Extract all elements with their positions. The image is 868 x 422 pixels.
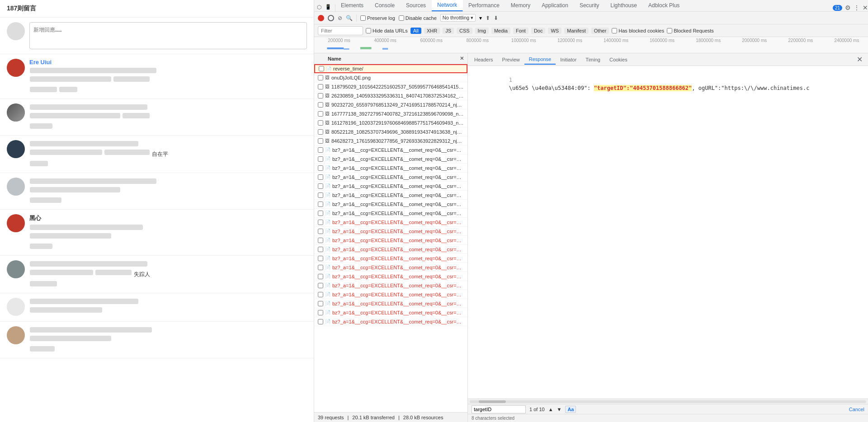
table-row[interactable]: 📄 reverse_time/ bbox=[314, 64, 467, 73]
filter-img[interactable]: Img bbox=[475, 28, 489, 34]
table-row[interactable]: 📄 bz?_a=1&__ccg=EXCELLENT&__comet_req=0&… bbox=[314, 290, 467, 299]
table-row[interactable]: 🖼 161278196_1020372919760684698857751754… bbox=[314, 118, 467, 127]
elements-icon[interactable]: ⬡ bbox=[317, 4, 324, 11]
table-row[interactable]: 📄 bz?_a=1&__ccg=EXCELLENT&__comet_req=0&… bbox=[314, 200, 467, 209]
filter-doc[interactable]: Doc bbox=[531, 28, 546, 34]
table-row[interactable]: 📄 bz?_a=1&__ccg=EXCELLENT&__comet_req=0&… bbox=[314, 182, 467, 191]
table-row[interactable]: 📄 bz?_a=1&__ccg=EXCELLENT&__comet_req=0&… bbox=[314, 191, 467, 200]
request-select-checkbox[interactable] bbox=[318, 211, 323, 216]
table-row[interactable]: 📄 bz?_a=1&__ccg=EXCELLENT&__comet_req=0&… bbox=[314, 263, 467, 272]
request-select-checkbox[interactable] bbox=[318, 138, 323, 144]
table-row[interactable]: 📄 bz?_a=1&__ccg=EXCELLENT&__comet_req=0&… bbox=[314, 308, 467, 317]
request-select-checkbox[interactable] bbox=[318, 274, 323, 279]
request-select-checkbox[interactable] bbox=[318, 165, 323, 171]
cancel-search-btn[interactable]: Cancel bbox=[849, 407, 864, 412]
request-select-checkbox[interactable] bbox=[318, 229, 323, 234]
filter-icon[interactable]: ⊘ bbox=[338, 15, 342, 21]
table-row[interactable]: 📄 bz?_a=1&__ccg=EXCELLENT&__comet_req=0&… bbox=[314, 299, 467, 308]
tab-performance[interactable]: Performance bbox=[463, 0, 505, 11]
request-select-checkbox[interactable] bbox=[318, 93, 323, 98]
request-select-checkbox[interactable] bbox=[318, 283, 323, 288]
tab-response[interactable]: Response bbox=[524, 55, 556, 65]
tab-preview[interactable]: Preview bbox=[498, 55, 524, 64]
hide-data-urls-checkbox[interactable] bbox=[366, 28, 371, 33]
close-devtools-icon[interactable]: ✕ bbox=[863, 4, 868, 11]
table-row[interactable]: 📄 bz?_a=1&__ccg=EXCELLENT&__comet_req=0&… bbox=[314, 281, 467, 290]
table-row[interactable]: 🖼 onuDjJoILQE.png bbox=[314, 73, 467, 82]
request-select-checkbox[interactable] bbox=[318, 120, 323, 126]
tab-console[interactable]: Console bbox=[369, 0, 401, 11]
table-row[interactable]: 📄 bz?_a=1&__ccg=EXCELLENT&__comet_req=0&… bbox=[314, 317, 467, 326]
tab-timing[interactable]: Timing bbox=[581, 55, 605, 64]
table-row[interactable]: 🖼 80522128_108253707349696_3088919343749… bbox=[314, 127, 467, 136]
close-detail-icon[interactable]: ✕ bbox=[853, 55, 866, 64]
throttle-icon[interactable]: ▾ bbox=[479, 15, 482, 21]
request-select-checkbox[interactable] bbox=[318, 129, 323, 135]
table-row[interactable]: 📄 bz?_a=1&__ccg=EXCELLENT&__comet_req=0&… bbox=[314, 145, 467, 155]
table-row[interactable]: 📄 bz?_a=1&__ccg=EXCELLENT&__comet_req=0&… bbox=[314, 209, 467, 218]
search-icon[interactable]: 🔍 bbox=[346, 15, 353, 21]
horizontal-scrollbar[interactable] bbox=[468, 399, 868, 404]
hide-data-urls-label[interactable]: Hide data URLs bbox=[366, 28, 408, 33]
tab-headers[interactable]: Headers bbox=[470, 55, 498, 64]
requests-list[interactable]: 📄 reverse_time/ 🖼 onuDjJoILQE.png 🖼 1187… bbox=[314, 64, 467, 412]
table-row[interactable]: 📄 bz?_a=1&__ccg=EXCELLENT&__comet_req=0&… bbox=[314, 254, 467, 263]
table-row[interactable]: 🖼 26230859_14059333295336311_84074170837… bbox=[314, 91, 467, 100]
match-case-toggle[interactable]: Aa bbox=[565, 406, 576, 413]
request-select-checkbox[interactable] bbox=[318, 265, 323, 270]
throttling-select[interactable]: No throttling ▾ bbox=[440, 14, 476, 22]
close-requests-icon[interactable]: ✕ bbox=[460, 56, 464, 61]
disable-cache-label[interactable]: Disable cache bbox=[399, 15, 437, 21]
tab-application[interactable]: Application bbox=[536, 0, 574, 11]
search-in-response-input[interactable] bbox=[472, 405, 526, 413]
request-select-checkbox[interactable] bbox=[318, 174, 323, 180]
tab-sources[interactable]: Sources bbox=[401, 0, 432, 11]
preserve-log-checkbox[interactable] bbox=[360, 15, 366, 21]
tab-memory[interactable]: Memory bbox=[505, 0, 536, 11]
tab-adblock[interactable]: Adblock Plus bbox=[643, 0, 685, 11]
request-select-checkbox[interactable] bbox=[318, 147, 323, 153]
filter-js[interactable]: JS bbox=[443, 28, 454, 34]
preserve-log-label[interactable]: Preserve log bbox=[360, 15, 395, 21]
has-blocked-cookies-checkbox[interactable] bbox=[612, 28, 617, 33]
blocked-requests-checkbox[interactable] bbox=[667, 28, 672, 33]
table-row[interactable]: 📄 bz?_a=1&__ccg=EXCELLENT&__comet_req=0&… bbox=[314, 236, 467, 245]
request-select-checkbox[interactable] bbox=[318, 292, 323, 297]
filter-input[interactable] bbox=[318, 26, 363, 35]
table-row[interactable]: 🖼 84628273_176159830277856_9726933639228… bbox=[314, 136, 467, 145]
request-select-checkbox[interactable] bbox=[318, 238, 323, 243]
table-row[interactable]: 📄 bz?_a=1&__ccg=EXCELLENT&__comet_req=0&… bbox=[314, 272, 467, 281]
tab-security[interactable]: Security bbox=[574, 0, 605, 11]
request-select-checkbox[interactable] bbox=[318, 192, 323, 198]
filter-xhr[interactable]: XHR bbox=[424, 28, 440, 34]
tab-network[interactable]: Network bbox=[432, 0, 463, 11]
request-select-checkbox[interactable] bbox=[318, 111, 323, 117]
export-icon[interactable]: ⬇ bbox=[494, 15, 498, 21]
request-select-checkbox[interactable] bbox=[318, 102, 323, 108]
disable-cache-checkbox[interactable] bbox=[399, 15, 404, 21]
request-select-checkbox[interactable] bbox=[318, 75, 323, 80]
record-button[interactable] bbox=[318, 15, 324, 21]
table-row[interactable]: 🖼 118795029_10156422251602537_5059957764… bbox=[314, 82, 467, 91]
request-select-checkbox[interactable] bbox=[318, 84, 323, 89]
tab-lighthouse[interactable]: Lighthouse bbox=[605, 0, 643, 11]
table-row[interactable]: 📄 bz?_a=1&__ccg=EXCELLENT&__comet_req=0&… bbox=[314, 155, 467, 164]
mobile-icon[interactable]: 📱 bbox=[325, 4, 332, 11]
blocked-requests-label[interactable]: Blocked Requests bbox=[667, 28, 714, 33]
table-row[interactable]: 📄 bz?_a=1&__ccg=EXCELLENT&__comet_req=0&… bbox=[314, 227, 467, 236]
table-row[interactable]: 📄 bz?_a=1&__ccg=EXCELLENT&__comet_req=0&… bbox=[314, 164, 467, 173]
filter-manifest[interactable]: Manifest bbox=[564, 28, 589, 34]
request-select-checkbox[interactable] bbox=[318, 247, 323, 252]
settings-icon[interactable]: ⚙ bbox=[845, 4, 851, 11]
filter-css[interactable]: CSS bbox=[457, 28, 472, 34]
new-comment-input[interactable] bbox=[29, 22, 307, 49]
filter-ws[interactable]: WS bbox=[548, 28, 561, 34]
table-row[interactable]: 📄 bz?_a=1&__ccg=EXCELLENT&__comet_req=0&… bbox=[314, 173, 467, 182]
search-prev-icon[interactable]: ▲ bbox=[548, 407, 553, 412]
tab-initiator[interactable]: Initiator bbox=[556, 55, 581, 64]
request-select-checkbox[interactable] bbox=[318, 310, 323, 315]
stop-recording-icon[interactable] bbox=[328, 15, 334, 21]
request-select-checkbox[interactable] bbox=[318, 156, 323, 162]
table-row[interactable]: 📄 bz?_a=1&__ccg=EXCELLENT&__comet_req=0&… bbox=[314, 218, 467, 227]
tab-elements[interactable]: Elements bbox=[335, 0, 369, 11]
